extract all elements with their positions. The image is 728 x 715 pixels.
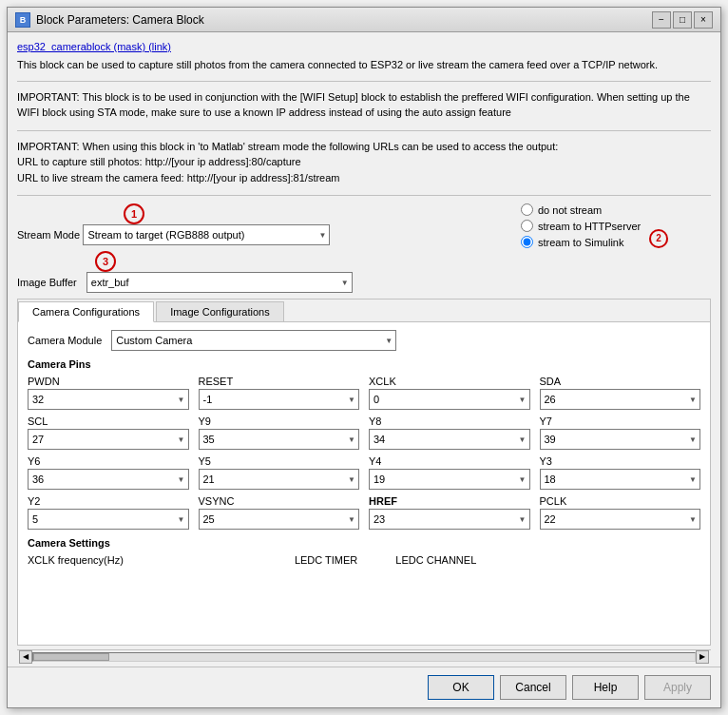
tab-bar: Camera Configurations Image Configuratio… xyxy=(18,300,710,322)
radio-label-stream-http: stream to HTTPserver xyxy=(538,221,641,232)
apply-button[interactable]: Apply xyxy=(644,675,711,700)
pin-scl-select[interactable]: 27 xyxy=(28,429,189,450)
radio-stream-simulink[interactable]: stream to Simulink 2 xyxy=(521,236,711,248)
pin-xclk: XCLK 0 xyxy=(369,376,530,410)
pin-href-select[interactable]: 23 xyxy=(369,509,530,530)
stream-mode-row: Stream Mode Stream to target (RGB888 out… xyxy=(17,224,511,245)
scroll-left-button[interactable]: ◀ xyxy=(19,650,32,664)
main-window: B Block Parameters: Camera Block − □ × e… xyxy=(7,7,721,708)
pin-y7: Y7 39 xyxy=(540,415,701,450)
camera-module-select[interactable]: Custom Camera xyxy=(111,330,396,351)
pin-grid: PWDN 32 RESET -1 XCLK xyxy=(28,376,700,530)
pin-pclk-select[interactable]: 22 xyxy=(540,509,701,530)
tab-image-config[interactable]: Image Configurations xyxy=(156,301,284,321)
image-buffer-row: Image Buffer extr_buf xyxy=(17,272,711,293)
divider-3 xyxy=(17,195,711,196)
annotation-circle-2: 2 xyxy=(649,229,668,248)
annotation-circle-1: 1 xyxy=(124,203,144,224)
pin-y9-label: Y9 xyxy=(199,415,360,427)
stream-left: 1 Stream Mode Stream to target (RGB888 o… xyxy=(17,203,511,266)
pin-vsync-select[interactable]: 25 xyxy=(199,509,360,530)
title-bar-left: B Block Parameters: Camera Block xyxy=(15,12,204,28)
radio-input-do-not-stream[interactable] xyxy=(521,203,533,216)
close-button[interactable]: × xyxy=(694,11,713,29)
ok-button[interactable]: OK xyxy=(428,675,494,700)
scroll-right-button[interactable]: ▶ xyxy=(696,650,709,664)
window-icon: B xyxy=(15,12,30,28)
pin-sda-label: SDA xyxy=(540,376,701,387)
important2-line3: URL to live stream the camera feed: http… xyxy=(17,170,711,186)
ledc-channel-label: LEDC CHANNEL xyxy=(395,554,476,566)
radio-do-not-stream[interactable]: do not stream xyxy=(521,203,711,216)
tab-camera-config[interactable]: Camera Configurations xyxy=(18,301,154,322)
ledc-timer-label: LEDC TIMER xyxy=(295,554,357,566)
scroll-track-horizontal[interactable] xyxy=(32,652,696,662)
pin-y2: Y2 5 xyxy=(28,495,189,530)
important-text-2: IMPORTANT: When using this block in 'to … xyxy=(17,139,711,186)
xclk-freq-label: XCLK frequency(Hz) xyxy=(28,554,124,566)
important2-line1: IMPORTANT: When using this block in 'to … xyxy=(17,139,711,155)
pin-vsync: VSYNC 25 xyxy=(199,495,360,530)
pin-y9: Y9 35 xyxy=(199,415,360,450)
content-area: esp32_camerablock (mask) (link) This blo… xyxy=(8,32,720,667)
pin-y3: Y3 18 xyxy=(540,455,701,490)
image-buffer-select[interactable]: extr_buf xyxy=(86,272,353,293)
pin-href-label: HREF xyxy=(369,495,530,507)
camera-module-label: Camera Module xyxy=(28,335,102,346)
pin-pwdn-select[interactable]: 32 xyxy=(28,389,189,410)
pin-y7-select[interactable]: 39 xyxy=(540,429,701,450)
camera-settings-title: Camera Settings xyxy=(28,537,700,549)
divider-2 xyxy=(17,130,711,131)
stream-mode-label: Stream Mode xyxy=(17,229,80,241)
divider-1 xyxy=(17,81,711,82)
pin-xclk-select[interactable]: 0 xyxy=(369,389,530,410)
radio-label-stream-simulink: stream to Simulink 2 xyxy=(538,237,623,248)
pin-y6-select[interactable]: 36 xyxy=(28,469,189,490)
pin-y4-select[interactable]: 19 xyxy=(369,469,530,490)
bottom-bar: OK Cancel Help Apply xyxy=(8,667,720,707)
pin-y5-label: Y5 xyxy=(199,455,360,467)
pin-y8-select[interactable]: 34 xyxy=(369,429,530,450)
settings-row: XCLK frequency(Hz) LEDC TIMER LEDC CHANN… xyxy=(28,554,700,566)
pin-y6: Y6 36 xyxy=(28,455,189,490)
pin-xclk-label: XCLK xyxy=(369,376,530,387)
tabs-container: Camera Configurations Image Configuratio… xyxy=(17,299,711,646)
mask-link[interactable]: esp32_camerablock (mask) (link) xyxy=(17,41,171,52)
pin-sda-select[interactable]: 26 xyxy=(540,389,701,410)
camera-pins-section: Camera Pins PWDN 32 RESET -1 xyxy=(28,358,700,530)
pin-y4: Y4 19 xyxy=(369,455,530,490)
minimize-button[interactable]: − xyxy=(652,11,671,29)
important2-line2: URL to capture still photos: http://[you… xyxy=(17,154,711,170)
pin-scl-label: SCL xyxy=(28,415,189,427)
stream-mode-dropdown-wrapper[interactable]: Stream to target (RGB888 output) do not … xyxy=(83,224,330,245)
radio-input-stream-http[interactable] xyxy=(521,220,533,232)
pin-y7-label: Y7 xyxy=(540,415,701,427)
title-bar: B Block Parameters: Camera Block − □ × xyxy=(8,8,720,32)
pin-reset-select[interactable]: -1 xyxy=(199,389,360,410)
pin-y5-select[interactable]: 21 xyxy=(199,469,360,490)
ledc-channel-item: LEDC CHANNEL xyxy=(395,554,476,566)
ledc-timer-item: LEDC TIMER xyxy=(295,554,357,566)
pin-y3-select[interactable]: 18 xyxy=(540,469,701,490)
pin-y5: Y5 21 xyxy=(199,455,360,490)
pin-y9-select[interactable]: 35 xyxy=(199,429,360,450)
image-buffer-label: Image Buffer xyxy=(17,277,77,288)
stream-mode-select[interactable]: Stream to target (RGB888 output) do not … xyxy=(83,224,330,245)
pin-reset-label: RESET xyxy=(199,376,360,387)
pin-pclk-label: PCLK xyxy=(540,495,701,507)
pin-reset: RESET -1 xyxy=(199,376,360,410)
pin-vsync-label: VSYNC xyxy=(199,495,360,507)
scroll-thumb-horizontal[interactable] xyxy=(33,653,109,661)
camera-pins-title: Camera Pins xyxy=(28,358,700,370)
tab-content: Camera Module Custom Camera Camera Pins … xyxy=(18,322,710,573)
maximize-button[interactable]: □ xyxy=(673,11,692,29)
camera-module-dropdown-wrapper[interactable]: Custom Camera xyxy=(111,330,396,351)
help-button[interactable]: Help xyxy=(572,675,639,700)
pin-y2-select[interactable]: 5 xyxy=(28,509,189,530)
camera-module-row: Camera Module Custom Camera xyxy=(28,330,700,351)
annotation-circle-3: 3 xyxy=(95,251,116,272)
cancel-button[interactable]: Cancel xyxy=(500,675,566,700)
image-buffer-dropdown-wrapper[interactable]: extr_buf xyxy=(86,272,353,293)
radio-input-stream-simulink[interactable] xyxy=(521,236,533,248)
radio-stream-http[interactable]: stream to HTTPserver xyxy=(521,220,711,232)
